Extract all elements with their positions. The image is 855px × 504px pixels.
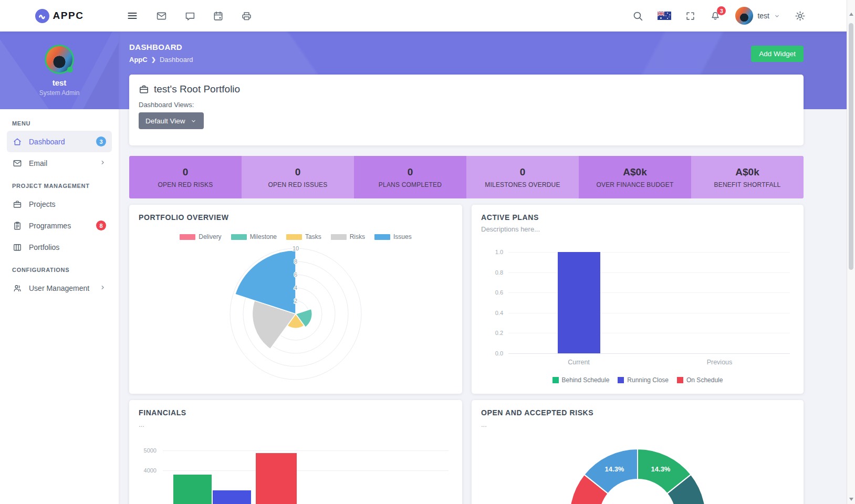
stat-tile-plans-completed: 0PLANS COMPLETED: [354, 156, 466, 198]
search-button[interactable]: [632, 10, 643, 22]
y-gridline: [508, 272, 790, 273]
stat-value: 0: [408, 166, 413, 178]
sidebar-item-projects[interactable]: Projects: [7, 193, 112, 215]
legend-item-on-schedule[interactable]: On Schedule: [677, 376, 723, 384]
legend-swatch: [374, 234, 390, 240]
stat-tile-milestones-overdue: 0MILESTONES OVERDUE: [466, 156, 579, 198]
sidebar-item-label: Portfolios: [29, 243, 59, 251]
legend-item-issues[interactable]: Issues: [374, 233, 412, 240]
portfolio-card-title: test's Root Portfolio: [139, 83, 794, 95]
x-axis-label-previous: Previous: [649, 359, 790, 366]
financials-bar-1: [173, 475, 212, 504]
calendar-button[interactable]: [213, 10, 224, 22]
page-scrollbar[interactable]: [847, 0, 855, 504]
slice-percent-label: 14.3%: [605, 465, 624, 473]
sidebar-item-dashboard[interactable]: Dashboard3: [7, 131, 112, 152]
y-gridline: [163, 470, 449, 471]
stat-label: BENEFIT SHORTFALL: [714, 181, 781, 188]
legend-item-running-close[interactable]: Running Close: [618, 376, 669, 384]
y-tick-label: 5000: [144, 447, 157, 454]
scroll-up-arrow-icon[interactable]: [849, 13, 853, 16]
printer-button[interactable]: [241, 10, 252, 22]
top-navbar: APPC 3 test: [0, 0, 855, 32]
sidebar-section-label: PROJECT MANAGEMENT: [12, 183, 107, 189]
legend-swatch: [677, 377, 683, 383]
stat-value: A$0k: [735, 166, 759, 178]
sidebar-item-portfolios[interactable]: Portfolios: [7, 236, 112, 258]
notifications-button[interactable]: 3: [710, 10, 721, 22]
sidebar-item-label: User Management: [29, 284, 89, 292]
user-menu[interactable]: test: [735, 7, 780, 25]
briefcase-icon: [139, 84, 149, 94]
portfolio-overview-chart: 246810: [222, 240, 369, 383]
settings-button[interactable]: [795, 10, 806, 22]
radial-tick-label: 10: [293, 245, 299, 251]
columns-icon: [13, 243, 22, 252]
legend-item-milestone[interactable]: Milestone: [231, 233, 277, 240]
stat-tile-open-red-issues: 0OPEN RED ISSUES: [242, 156, 354, 198]
sidebar-item-user-management[interactable]: User Management: [7, 277, 112, 299]
y-tick-label: 0.6: [495, 289, 503, 296]
stat-label: OPEN RED RISKS: [158, 181, 213, 188]
gear-icon: [795, 10, 806, 22]
stat-tile-open-red-risks: 0OPEN RED RISKS: [129, 156, 242, 198]
briefcase-icon: [13, 200, 22, 209]
radial-tick-label: 4: [294, 285, 297, 291]
chat-button[interactable]: [184, 10, 195, 22]
y-tick-label: 4000: [144, 467, 157, 474]
y-gridline: [508, 292, 790, 293]
financials-chart: 50004000: [163, 450, 449, 504]
sidebar-section-label: CONFIGURATIONS: [12, 267, 107, 273]
legend-item-delivery[interactable]: Delivery: [180, 233, 221, 240]
mail-button[interactable]: [156, 10, 167, 22]
navbar-avatar: [735, 7, 753, 25]
scroll-down-arrow-icon[interactable]: [849, 498, 853, 501]
card-title: FINANCIALS: [139, 408, 453, 417]
view-selector-dropdown[interactable]: Default View: [139, 112, 204, 129]
sidebar-item-programmes[interactable]: Programmes8: [7, 215, 112, 236]
chevron-right-icon: [99, 159, 106, 167]
legend-label: Running Close: [627, 376, 669, 384]
legend-item-risks[interactable]: Risks: [331, 233, 365, 240]
active-plans-card: ACTIVE PLANS Descriptions here... 1.00.8…: [472, 205, 804, 394]
financials-bar-2: [213, 490, 251, 504]
radial-tick-label: 8: [294, 258, 297, 265]
legend-item-tasks[interactable]: Tasks: [286, 233, 321, 240]
legend-item-behind-schedule[interactable]: Behind Schedule: [552, 376, 610, 384]
mail-icon: [13, 159, 22, 168]
sidebar-item-label: Dashboard: [29, 138, 65, 146]
australia-flag-icon: [658, 12, 671, 20]
legend-label: On Schedule: [686, 376, 723, 384]
radial-tick-label: 6: [294, 271, 297, 278]
language-flag-button[interactable]: [658, 12, 671, 20]
sidebar-item-email[interactable]: Email: [7, 152, 112, 174]
fullscreen-button[interactable]: [685, 11, 695, 21]
printer-icon: [241, 10, 252, 22]
clipboard-icon: [13, 221, 22, 230]
y-tick-label: 0.8: [495, 269, 503, 276]
stat-label: MILESTONES OVERDUE: [485, 181, 560, 188]
sidebar-profile: test System Admin: [0, 32, 119, 109]
chevron-down-icon: [190, 118, 197, 124]
online-status-dot: [67, 67, 73, 72]
chat-icon: [184, 10, 195, 22]
hamburger-menu-button[interactable]: [126, 9, 139, 22]
financials-bar-3: [256, 453, 297, 504]
legend-label: Tasks: [305, 233, 321, 240]
legend-swatch: [331, 234, 347, 240]
dashboard-views-label: Dashboard Views:: [139, 101, 794, 109]
brand-logo[interactable]: APPC: [0, 9, 119, 23]
portfolio-title-text: test's Root Portfolio: [154, 83, 240, 95]
view-selected-label: Default View: [145, 117, 185, 125]
stat-label: OVER FINANCE BUDGET: [596, 181, 673, 188]
content: test's Root Portfolio Dashboard Views: D…: [129, 32, 804, 504]
bar-current-running-close: [558, 252, 600, 353]
legend-label: Delivery: [199, 233, 221, 240]
card-title: ACTIVE PLANS: [481, 213, 794, 222]
stat-value: 0: [295, 166, 301, 178]
sidebar-item-label: Email: [29, 159, 47, 167]
scrollbar-thumb[interactable]: [849, 23, 853, 270]
y-gridline: [508, 313, 790, 313]
legend-label: Issues: [393, 233, 412, 240]
portfolio-overview-card: PORTFOLIO OVERVIEW DeliveryMilestoneTask…: [129, 205, 462, 394]
